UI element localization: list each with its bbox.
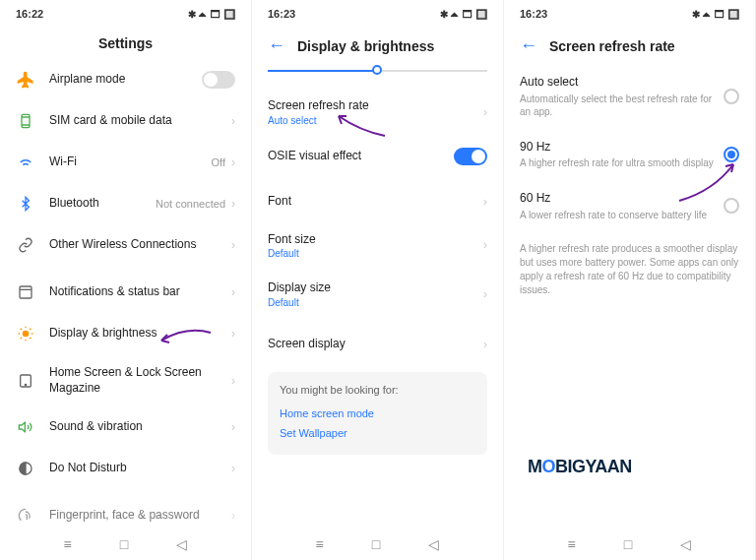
status-icons: ✱ ⏶ 🗖 🔲 — [440, 9, 487, 20]
suggest-link-home[interactable]: Home screen mode — [280, 404, 475, 423]
nav-back[interactable]: ◁ — [176, 536, 187, 552]
bt-value: Not connected — [156, 198, 225, 210]
nav-recents[interactable]: ≡ — [316, 536, 324, 552]
sound-label: Sound & vibration — [49, 419, 231, 435]
row-airplane[interactable]: Airplane mode — [16, 59, 235, 100]
row-dnd[interactable]: Do Not Disturb › — [16, 448, 235, 489]
hz90-label: 90 Hz — [520, 140, 724, 156]
nav-home[interactable]: □ — [120, 536, 128, 552]
refresh-label: Screen refresh rate — [268, 98, 483, 114]
wifi-icon — [16, 153, 35, 172]
footnote: A higher refresh rate produces a smoothe… — [520, 232, 739, 307]
row-owc[interactable]: Other Wireless Connections › — [16, 224, 235, 266]
row-display[interactable]: Display & brightness › — [16, 313, 235, 354]
row-refresh-rate[interactable]: Screen refresh rate Auto select › — [268, 88, 487, 137]
row-60hz[interactable]: 60 Hz A lower refresh rate to conserve b… — [520, 180, 739, 232]
bt-label: Bluetooth — [49, 196, 156, 212]
header: ← Screen refresh rate — [504, 28, 755, 64]
brightness-icon — [16, 324, 35, 343]
nav-home[interactable]: □ — [624, 536, 632, 552]
fontsize-label: Font size — [268, 232, 483, 248]
row-90hz[interactable]: 90 Hz A higher refresh rate for ultra sm… — [520, 129, 739, 181]
chevron-icon: › — [231, 285, 235, 299]
chevron-icon: › — [483, 287, 487, 301]
nav-bar: ≡ □ ◁ — [252, 529, 503, 560]
nav-back[interactable]: ◁ — [428, 536, 439, 552]
nav-bar: ≡ □ ◁ — [0, 529, 251, 560]
nav-back[interactable]: ◁ — [680, 536, 691, 552]
page-title: Display & brightness — [297, 38, 434, 54]
fingerprint-icon — [16, 506, 35, 526]
chevron-icon: › — [483, 195, 487, 209]
row-auto-select[interactable]: Auto select Automatically select the bes… — [520, 64, 739, 129]
row-sound[interactable]: Sound & vibration › — [16, 406, 235, 448]
nav-home[interactable]: □ — [372, 536, 380, 552]
nav-recents[interactable]: ≡ — [64, 536, 72, 552]
chevron-icon: › — [483, 105, 487, 119]
chevron-icon: › — [231, 327, 235, 341]
chevron-icon: › — [231, 197, 235, 211]
sim-label: SIM card & mobile data — [49, 113, 231, 129]
airplane-toggle[interactable] — [202, 71, 235, 89]
display-label: Display & brightness — [49, 326, 231, 342]
refresh-sub: Auto select — [268, 115, 483, 126]
auto-desc: Automatically select the best refresh ra… — [520, 93, 724, 118]
hz60-label: 60 Hz — [520, 191, 724, 207]
chevron-icon: › — [231, 420, 235, 434]
row-fingerprint[interactable]: Fingerprint, face & password › — [16, 495, 235, 529]
settings-list: Airplane mode SIM card & mobile data › W… — [0, 59, 251, 529]
bluetooth-icon — [16, 194, 35, 214]
radio-60hz[interactable] — [724, 198, 739, 214]
row-notifications[interactable]: Notifications & status bar › — [16, 272, 235, 313]
row-fontsize[interactable]: Font size Default › — [268, 221, 487, 271]
osie-toggle[interactable] — [454, 148, 487, 165]
page-title: Settings — [98, 35, 153, 51]
airplane-icon — [16, 70, 35, 90]
row-font[interactable]: Font › — [268, 182, 487, 221]
header: Settings — [0, 28, 251, 59]
home-icon — [16, 371, 35, 391]
fontsize-sub: Default — [268, 248, 483, 259]
row-bluetooth[interactable]: Bluetooth Not connected › — [16, 183, 235, 224]
owc-label: Other Wireless Connections — [49, 237, 231, 253]
auto-label: Auto select — [520, 75, 724, 91]
home-label: Home Screen & Lock Screen Magazine — [49, 365, 231, 396]
row-screendisplay[interactable]: Screen display › — [268, 325, 487, 364]
chevron-icon: › — [483, 338, 487, 351]
brightness-slider[interactable] — [268, 70, 487, 72]
dispsize-sub: Default — [268, 297, 483, 308]
osie-label: OSIE visual effect — [268, 149, 454, 164]
svg-point-4 — [25, 384, 26, 385]
row-sim[interactable]: SIM card & mobile data › — [16, 100, 235, 142]
display-list: Screen refresh rate Auto select › OSIE v… — [252, 64, 503, 529]
watermark-logo: MOBIGYAAN — [528, 457, 632, 477]
back-button[interactable]: ← — [520, 35, 537, 56]
status-bar: 16:22 ✱ ⏶ 🗖 🔲 — [0, 0, 251, 28]
dispsize-label: Display size — [268, 280, 483, 296]
refresh-rate-screen: 16:23 ✱ ⏶ 🗖 🔲 ← Screen refresh rate Auto… — [504, 0, 756, 560]
row-dispsize[interactable]: Display size Default › — [268, 270, 487, 319]
header: ← Display & brightness — [252, 28, 503, 64]
notification-icon — [16, 282, 35, 302]
svg-rect-1 — [20, 286, 32, 298]
chevron-icon: › — [231, 374, 235, 388]
dnd-label: Do Not Disturb — [49, 461, 231, 476]
radio-90hz[interactable] — [724, 147, 739, 162]
row-osie[interactable]: OSIE visual effect — [268, 137, 487, 176]
sim-icon — [16, 111, 35, 131]
slider-thumb[interactable] — [372, 65, 382, 75]
status-bar: 16:23 ✱ ⏶ 🗖 🔲 — [504, 0, 755, 28]
hz60-desc: A lower refresh rate to conserve battery… — [520, 209, 724, 221]
back-button[interactable]: ← — [268, 35, 285, 56]
row-homescreen[interactable]: Home Screen & Lock Screen Magazine › — [16, 354, 235, 406]
svg-point-2 — [23, 331, 30, 338]
suggest-link-wallpaper[interactable]: Set Wallpaper — [280, 423, 475, 443]
radio-auto[interactable] — [724, 89, 739, 104]
status-time: 16:23 — [268, 8, 295, 20]
status-icons: ✱ ⏶ 🗖 🔲 — [692, 9, 739, 20]
nav-recents[interactable]: ≡ — [568, 536, 576, 552]
page-title: Screen refresh rate — [549, 38, 675, 54]
row-wifi[interactable]: Wi-Fi Off › — [16, 142, 235, 183]
wifi-value: Off — [212, 156, 225, 168]
airplane-label: Airplane mode — [49, 72, 202, 88]
